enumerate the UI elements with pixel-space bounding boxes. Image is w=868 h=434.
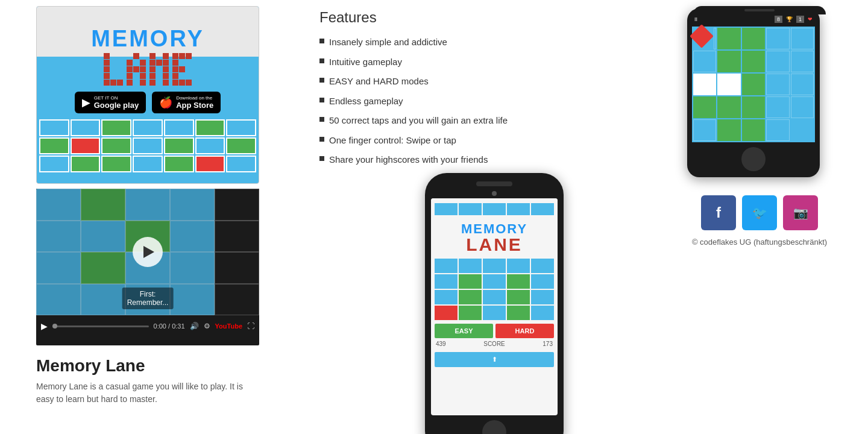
center-phone-mockup: MEMORY LANE bbox=[425, 173, 564, 435]
video-player: Memory Lane ⤴ First:Remember... ▶ 0:00 / bbox=[36, 189, 259, 345]
phone-lane-label: LANE bbox=[435, 234, 554, 255]
android-screen bbox=[692, 27, 815, 142]
feature-item-3: EASY and HARD modes bbox=[319, 75, 669, 89]
instagram-button[interactable]: 📷 bbox=[783, 195, 818, 230]
bullet-5 bbox=[319, 117, 324, 122]
app-banner: MEMORY bbox=[36, 6, 259, 184]
android-status-bar: II 8 🏆 1 ❤ bbox=[692, 14, 815, 27]
instagram-icon: 📷 bbox=[793, 206, 808, 220]
phone-score-row: 439 SCORE 173 bbox=[435, 338, 554, 350]
facebook-icon: f bbox=[716, 204, 721, 221]
android-phone-top-partial bbox=[687, 6, 832, 14]
youtube-logo: YouTube bbox=[215, 322, 242, 330]
android-score-2: 1 bbox=[796, 16, 804, 23]
share-icon: ⬆ bbox=[492, 356, 497, 363]
feature-item-1: Insanely simple and addictive bbox=[319, 36, 669, 49]
copyright-text: © codeflakes UG (haftungsbeschränkt) bbox=[687, 237, 832, 247]
volume-icon[interactable]: 🔊 bbox=[190, 322, 199, 330]
phone-share-button[interactable]: ⬆ bbox=[435, 352, 554, 367]
bullet-6 bbox=[319, 137, 324, 142]
app-title: Memory Lane bbox=[36, 356, 301, 376]
bullet-1 bbox=[319, 39, 324, 43]
left-column: MEMORY bbox=[36, 6, 301, 434]
app-description: Memory Lane is a casual game you will li… bbox=[36, 380, 259, 406]
google-play-icon: ▶ bbox=[82, 96, 90, 109]
bullet-7 bbox=[319, 156, 324, 161]
phone-screen: MEMORY LANE bbox=[431, 198, 558, 415]
phone-easy-button[interactable]: EASY bbox=[435, 324, 493, 338]
right-column: II 8 🏆 1 ❤ bbox=[687, 6, 832, 434]
bullet-4 bbox=[319, 98, 324, 102]
phone-home-button[interactable] bbox=[482, 420, 506, 435]
twitter-icon: 🐦 bbox=[752, 206, 767, 220]
middle-column: Features Insanely simple and addictive I… bbox=[319, 6, 669, 434]
app-store-sub: Download on the bbox=[176, 95, 213, 101]
feature-item-6: One finger control: Swipe or tap bbox=[319, 134, 669, 148]
settings-icon[interactable]: ⚙ bbox=[204, 322, 210, 330]
app-store-label: App Store bbox=[176, 101, 213, 110]
android-score-1: 8 bbox=[775, 16, 782, 23]
facebook-button[interactable]: f bbox=[701, 195, 736, 230]
video-controls[interactable]: ▶ 0:00 / 0:31 🔊 ⚙ YouTube ⛶ bbox=[36, 315, 259, 337]
google-play-sub: GET IT ON bbox=[94, 95, 139, 101]
video-progress-handle[interactable] bbox=[52, 324, 57, 329]
video-content: First:Remember... bbox=[36, 189, 259, 315]
video-progress-bar[interactable] bbox=[52, 326, 149, 327]
social-icons-row: f 🐦 📷 bbox=[687, 195, 832, 230]
feature-item-7: Share your highscores with your friends bbox=[319, 153, 669, 167]
android-home-button[interactable] bbox=[741, 147, 766, 171]
video-time: 0:00 / 0:31 bbox=[154, 322, 185, 330]
bullet-2 bbox=[319, 58, 324, 63]
feature-item-4: Endless gameplay bbox=[319, 95, 669, 108]
google-play-button[interactable]: ▶ GET IT ON Google play bbox=[75, 92, 146, 113]
play-icon[interactable]: ▶ bbox=[41, 321, 48, 331]
android-pause-icon: II bbox=[694, 16, 697, 22]
google-play-label: Google play bbox=[94, 101, 139, 110]
feature-item-5: 50 correct taps and you will gain an ext… bbox=[319, 114, 669, 128]
app-store-button[interactable]: 🍎 Download on the App Store bbox=[152, 92, 221, 113]
features-title: Features bbox=[319, 9, 669, 26]
store-buttons-row: ▶ GET IT ON Google play 🍎 Download on th… bbox=[37, 92, 259, 113]
video-play-button[interactable] bbox=[133, 237, 163, 267]
phone-camera bbox=[492, 191, 497, 196]
banner-title-memory: MEMORY bbox=[37, 14, 259, 52]
phone-speaker bbox=[476, 181, 512, 186]
features-list: Insanely simple and addictive Intuitive … bbox=[319, 36, 669, 167]
video-overlay-text: First:Remember... bbox=[122, 288, 174, 309]
phone-hard-button[interactable]: HARD bbox=[495, 324, 554, 338]
bullet-3 bbox=[319, 78, 324, 83]
twitter-button[interactable]: 🐦 bbox=[742, 195, 777, 230]
feature-item-2: Intuitive gameplay bbox=[319, 55, 669, 69]
fullscreen-icon[interactable]: ⛶ bbox=[247, 322, 254, 330]
apple-icon: 🍎 bbox=[159, 96, 172, 109]
android-phone-mockup: II 8 🏆 1 ❤ bbox=[687, 8, 832, 177]
